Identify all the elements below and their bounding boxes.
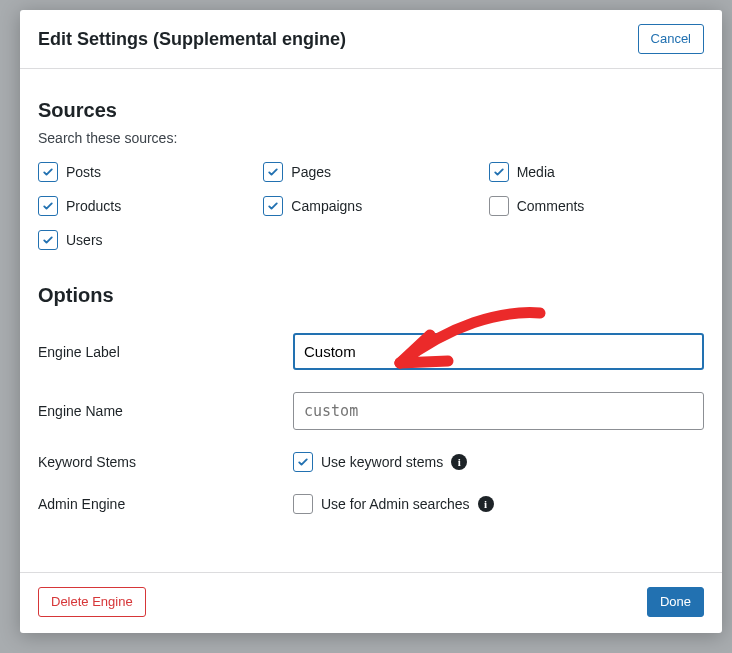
check-icon: [267, 166, 279, 178]
modal-footer: Delete Engine Done: [20, 572, 722, 633]
keyword-stems-checkbox-label: Use keyword stems: [321, 454, 443, 470]
checkbox-box[interactable]: [489, 162, 509, 182]
modal-header: Edit Settings (Supplemental engine) Canc…: [20, 10, 722, 69]
checkbox-box[interactable]: [489, 196, 509, 216]
source-checkbox-posts[interactable]: Posts: [38, 162, 253, 182]
source-label: Campaigns: [291, 198, 362, 214]
checkbox-box[interactable]: [38, 196, 58, 216]
check-icon: [297, 456, 309, 468]
source-checkbox-pages[interactable]: Pages: [263, 162, 478, 182]
checkbox-box[interactable]: [38, 162, 58, 182]
engine-name-input[interactable]: [293, 392, 704, 430]
engine-label-label: Engine Label: [38, 344, 293, 360]
source-label: Posts: [66, 164, 101, 180]
source-checkbox-campaigns[interactable]: Campaigns: [263, 196, 478, 216]
source-label: Users: [66, 232, 103, 248]
check-icon: [267, 200, 279, 212]
source-label: Pages: [291, 164, 331, 180]
source-checkbox-products[interactable]: Products: [38, 196, 253, 216]
check-icon: [42, 200, 54, 212]
source-checkbox-media[interactable]: Media: [489, 162, 704, 182]
source-checkbox-comments[interactable]: Comments: [489, 196, 704, 216]
admin-engine-checkbox[interactable]: [293, 494, 313, 514]
check-icon: [42, 166, 54, 178]
checkbox-box[interactable]: [263, 162, 283, 182]
delete-engine-button[interactable]: Delete Engine: [38, 587, 146, 617]
done-button[interactable]: Done: [647, 587, 704, 617]
checkbox-box[interactable]: [263, 196, 283, 216]
info-icon[interactable]: i: [451, 454, 467, 470]
modal-title: Edit Settings (Supplemental engine): [38, 29, 346, 50]
check-icon: [493, 166, 505, 178]
cancel-button[interactable]: Cancel: [638, 24, 704, 54]
source-label: Media: [517, 164, 555, 180]
sources-grid: PostsPagesMediaProductsCampaignsComments…: [38, 162, 704, 250]
source-label: Products: [66, 198, 121, 214]
annotation-arrow-icon: [370, 295, 550, 385]
sources-heading: Sources: [38, 99, 704, 122]
admin-engine-label: Admin Engine: [38, 496, 293, 512]
source-checkbox-users[interactable]: Users: [38, 230, 253, 250]
keyword-stems-checkbox[interactable]: [293, 452, 313, 472]
admin-engine-checkbox-label: Use for Admin searches: [321, 496, 470, 512]
info-icon[interactable]: i: [478, 496, 494, 512]
checkbox-box[interactable]: [38, 230, 58, 250]
check-icon: [42, 234, 54, 246]
sources-subtitle: Search these sources:: [38, 130, 704, 146]
source-label: Comments: [517, 198, 585, 214]
keyword-stems-label: Keyword Stems: [38, 454, 293, 470]
engine-name-label: Engine Name: [38, 403, 293, 419]
